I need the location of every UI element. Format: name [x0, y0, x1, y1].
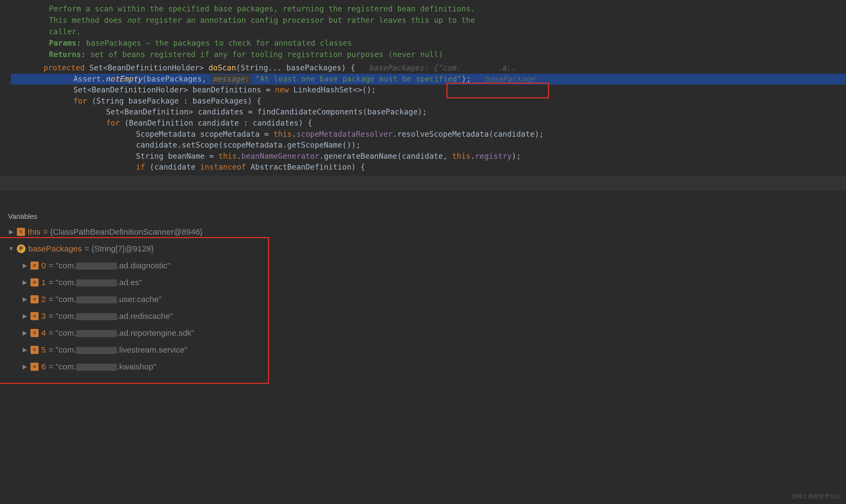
expand-icon[interactable]: ▶ [22, 346, 28, 354]
javadoc-line: Perform a scan within the specified base… [49, 3, 846, 15]
var-array-item[interactable]: ▶≡4 = "com..ad.reportengine.sdk" [8, 325, 838, 341]
string: "At least one base package must be speci… [255, 74, 462, 84]
var-row-this[interactable]: ▶ ≡ this = {ClassPathBeanDefinitionScann… [8, 223, 838, 240]
javadoc-params: Params: basePackages – the packages to c… [49, 37, 846, 49]
text: ) { [341, 64, 369, 72]
text: set of beans registered if any for tooli… [90, 50, 443, 59]
text: Set<BeanDefinition> candidates = findCan… [106, 107, 427, 116]
field: scopeMetadataResolver [296, 130, 393, 139]
var-index: 6 [41, 362, 46, 371]
field: beanNameGenerator [241, 152, 320, 161]
text: .resolveScopeMetadata(candidate); [393, 130, 544, 139]
code-line[interactable]: for (String basePackage : basePackages) … [11, 96, 846, 107]
text: (BeanDefinition candidate : candidates) … [120, 119, 312, 127]
javadoc-line: caller. [49, 26, 846, 37]
object-icon: ≡ [31, 278, 39, 287]
field: registry [475, 152, 511, 161]
text: . [237, 152, 241, 161]
param-hint: message: [211, 74, 251, 84]
var-index: 4 [41, 328, 46, 338]
method-name: doScan [209, 64, 236, 72]
text: String beanName = [136, 152, 218, 161]
kw: new [275, 85, 289, 94]
var-value: = {String[7]@9128} [85, 244, 154, 253]
var-array-item[interactable]: ▶≡0 = "com..ad.diagnostic" [8, 257, 838, 274]
var-index: 2 [41, 295, 46, 304]
code-block[interactable]: protected Set<BeanDefinitionHolder> doSc… [11, 62, 846, 173]
expand-icon[interactable]: ▶ [22, 363, 28, 370]
var-array-item[interactable]: ▶≡6 = "com..kwaishop" [8, 358, 838, 375]
code-editor[interactable]: Perform a scan within the specified base… [0, 0, 846, 173]
code-line[interactable]: Set<BeanDefinition> candidates = findCan… [11, 107, 846, 118]
var-value: = "com..ad.reportengine.sdk" [49, 328, 194, 338]
var-value: = "com..ad.es" [49, 278, 142, 287]
code-line[interactable]: candidate.setScope(scopeMetadata.getScop… [11, 140, 846, 151]
code-line[interactable]: if (candidate instanceof AbstractBeanDef… [11, 162, 846, 173]
var-value: = "com..kwaishop" [49, 362, 156, 371]
var-array-item[interactable]: ▶≡2 = "com..user.cache" [8, 291, 838, 308]
object-icon: ≡ [31, 312, 39, 320]
text: ); [511, 152, 521, 161]
var-array-item[interactable]: ▶≡1 = "com..ad.es" [8, 274, 838, 291]
javadoc-tag: Returns: [49, 49, 86, 60]
text: register an annotation config processor … [141, 16, 475, 25]
var-array-item[interactable]: ▶≡3 = "com..ad.rediscache" [8, 308, 838, 325]
collapse-icon[interactable]: ▼ [8, 245, 14, 252]
method: notEmpty [106, 74, 142, 84]
javadoc-line: This method does not register an annotat… [49, 15, 846, 26]
param-icon: P [17, 245, 25, 253]
method-signature[interactable]: protected Set<BeanDefinitionHolder> doSc… [11, 62, 846, 74]
expand-icon[interactable]: ▶ [22, 262, 28, 269]
code-line-selected[interactable]: Assert.notEmpty(basePackages, message: "… [11, 74, 846, 85]
var-name: this [28, 227, 40, 236]
expand-icon[interactable]: ▶ [22, 329, 28, 337]
var-row-basepackages[interactable]: ▼ P basePackages = {String[7]@9128} [8, 240, 838, 257]
code-line[interactable]: ScopeMetadata scopeMetadata = this.scope… [11, 129, 846, 140]
var-name: basePackages [28, 244, 82, 253]
debug-variables-title: Variables [0, 207, 846, 223]
text: (candidate [145, 163, 200, 172]
text: . [292, 130, 296, 139]
text: basePackages – the packages to check for… [86, 39, 352, 48]
kw: for [106, 119, 120, 127]
text: Set<BeanDefinitionHolder> beanDefinition… [73, 85, 275, 94]
text: ScopeMetadata scopeMetadata = [136, 130, 273, 139]
javadoc-block: Perform a scan within the specified base… [11, 0, 846, 62]
expand-icon[interactable]: ▶ [8, 228, 14, 235]
kw: for [73, 96, 87, 106]
kw: instanceof [200, 163, 246, 172]
code-line[interactable]: for (BeanDefinition candidate : candidat… [11, 118, 846, 129]
expand-icon[interactable]: ▶ [22, 312, 28, 320]
text: (String basePackage : basePackages) { [87, 96, 262, 106]
kw: this [452, 152, 470, 161]
debug-variables-tree[interactable]: ▶ ≡ this = {ClassPathBeanDefinitionScann… [0, 223, 846, 375]
var-value: = "com..livestream.service" [49, 345, 187, 355]
watermark: @稀土掘金技术社区 [792, 492, 841, 500]
inlay-hint: basePackage [484, 74, 535, 84]
var-index: 5 [41, 345, 46, 355]
kw: if [136, 163, 145, 172]
text: .generateBeanName(candidate, [319, 152, 452, 161]
object-icon: ≡ [31, 329, 39, 337]
expand-icon[interactable]: ▶ [22, 296, 28, 303]
var-value: = "com..ad.diagnostic" [49, 261, 170, 270]
var-array-item[interactable]: ▶≡5 = "com..livestream.service" [8, 341, 838, 358]
type: Set<BeanDefinitionHolder> [85, 64, 209, 72]
object-icon: ≡ [31, 262, 39, 270]
text: LinkedHashSet<>(); [289, 85, 376, 94]
kw: this [273, 130, 292, 139]
text: ); [462, 74, 484, 84]
text: Assert. [73, 74, 106, 84]
text: (basePackages, [142, 74, 211, 84]
object-icon: ≡ [17, 228, 25, 236]
expand-icon[interactable]: ▶ [22, 279, 28, 286]
code-line[interactable]: String beanName = this.beanNameGenerator… [11, 151, 846, 162]
code-line[interactable]: Set<BeanDefinitionHolder> beanDefinition… [11, 85, 846, 96]
text-italic: not [127, 16, 141, 25]
kw: this [218, 152, 236, 161]
object-icon: ≡ [31, 363, 39, 371]
var-value: = "com..ad.rediscache" [49, 311, 173, 321]
var-value: = {ClassPathBeanDefinitionScanner@8946} [43, 227, 203, 236]
inlay-hint: basePackages: {"com. .a.. [369, 64, 516, 72]
var-index: 0 [41, 261, 46, 270]
